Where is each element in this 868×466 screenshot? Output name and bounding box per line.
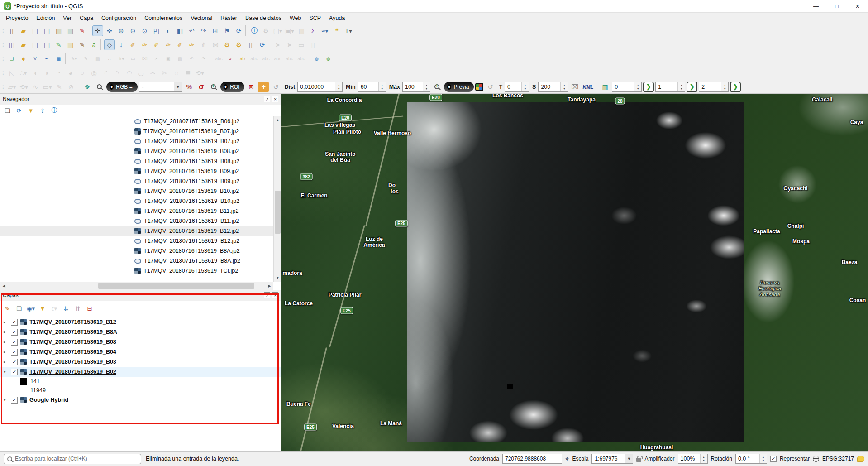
select-features-icon[interactable]: ▢▾ xyxy=(272,25,283,36)
browser-file-item[interactable]: T17MQV_20180716T153619_B10.jp2 xyxy=(0,196,273,206)
browser-file-item[interactable]: T17MQV_20180716T153619_B11.jp2 xyxy=(0,206,273,216)
download-data-icon[interactable]: ↓ xyxy=(116,39,127,50)
nav-add-layer-icon[interactable]: ❏ xyxy=(3,106,12,115)
node-tool-icon-1[interactable]: ⋔ xyxy=(198,39,209,50)
spinner-arrows-icon[interactable]: ▲▼ xyxy=(759,454,767,463)
layout-manager-icon[interactable]: ▦ xyxy=(65,25,76,36)
shape-curve-icon[interactable]: ◠ xyxy=(124,67,135,78)
layer-row[interactable]: ▸ ✓ T17MQV_20180716T153619_B08 xyxy=(0,337,281,347)
measure-icon-2[interactable]: ▭ xyxy=(296,39,307,50)
remove-layer-icon[interactable]: ⊟ xyxy=(85,304,94,313)
refresh-map-icon[interactable]: ⟳ xyxy=(234,25,244,36)
label-option-icon-3[interactable]: abc xyxy=(272,53,283,64)
scp-zoom-roi-icon[interactable] xyxy=(432,82,443,92)
rotation-spinbox[interactable]: 0,0 °▲▼ xyxy=(735,454,767,464)
spinner-arrows-icon[interactable]: ▲▼ xyxy=(721,82,728,91)
nav-filter-icon[interactable]: ▼ xyxy=(26,106,35,115)
statistics-icon[interactable]: Σ xyxy=(308,25,319,36)
menu-item[interactable]: Ayuda xyxy=(325,13,349,24)
shape-split-icon-1[interactable]: ✂ xyxy=(148,67,158,78)
modify-attributes-icon[interactable]: ▭ xyxy=(128,53,138,64)
close-panel-icon[interactable]: ✕ xyxy=(272,96,278,102)
shape-align-icon[interactable]: ≣ xyxy=(183,67,194,78)
add-feature-icon[interactable]: ∴ xyxy=(104,53,115,64)
open-data-folder-icon[interactable]: ▰ xyxy=(18,39,29,50)
new-geopackage-icon[interactable]: ◆ xyxy=(18,53,29,64)
shape-arc-icon-2[interactable]: ◝ xyxy=(112,67,123,78)
scp-band-spinbox-2[interactable]: 1▲▼ xyxy=(655,82,685,92)
add-group-icon[interactable]: ❏ xyxy=(14,304,24,313)
filter-expression-icon[interactable]: ε▾ xyxy=(50,304,59,313)
pan-map-icon[interactable]: ✛ xyxy=(92,25,103,36)
browser-file-item[interactable]: T17MQV_20180716T153619_TCI.jp2 xyxy=(0,266,273,276)
scp-redo-roi-icon[interactable]: ↺ xyxy=(270,82,281,92)
settings-icon-1[interactable]: ⚙ xyxy=(222,39,233,50)
expand-arrow-icon[interactable]: ▾ xyxy=(4,398,8,402)
new-mesh-layer-icon[interactable]: ▦ xyxy=(53,53,64,64)
expand-arrow-icon[interactable]: ▸ xyxy=(4,340,8,344)
page-edit-icon[interactable]: ✎ xyxy=(77,39,88,50)
collapse-all-icon[interactable]: ⇈ xyxy=(73,304,82,313)
scp-roi-pointer-icon[interactable]: ⊠ xyxy=(246,82,257,92)
shape-split-icon-2[interactable]: ✄ xyxy=(159,67,170,78)
spinner-arrows-icon[interactable]: ▲▼ xyxy=(634,82,641,91)
scp-grid-icon[interactable]: ▦ xyxy=(600,82,610,92)
scp-max-spinbox[interactable]: 100▲▼ xyxy=(402,82,430,92)
shape-points-icon[interactable]: ∴▾ xyxy=(18,67,29,78)
map-themes-icon[interactable]: ◉▾ xyxy=(26,304,35,313)
scp-band-spinbox-3[interactable]: 2▲▼ xyxy=(699,82,729,92)
menu-item[interactable]: Web xyxy=(286,13,305,24)
node-tool-icon-2[interactable]: ⋈ xyxy=(210,39,221,50)
maximize-button[interactable]: □ xyxy=(826,0,847,13)
save-style-icon[interactable]: ▤ xyxy=(30,39,41,50)
scp-kml-icon[interactable]: KML xyxy=(582,84,594,90)
scp-s-spinbox[interactable]: 200▲▼ xyxy=(538,82,568,92)
attribute-table-icon[interactable]: ▦ xyxy=(296,25,307,36)
vertex-tool-icon[interactable]: ⋔▾ xyxy=(116,53,127,64)
label-option-icon-1[interactable]: abc xyxy=(249,53,260,64)
scp-add-roi-button[interactable]: + xyxy=(258,82,269,92)
minimize-button[interactable]: — xyxy=(806,0,826,13)
menu-item[interactable]: Capa xyxy=(76,13,97,24)
magnifier-spinbox[interactable]: 100%▲▼ xyxy=(678,454,708,464)
pointer-icon-1[interactable]: ➤ xyxy=(272,39,283,50)
coordinate-input[interactable]: 720762,9888608 xyxy=(502,454,562,464)
scp-stretch-percent-icon[interactable]: % xyxy=(184,82,195,92)
menu-item[interactable]: Proyecto xyxy=(2,13,32,24)
spinner-arrows-icon[interactable]: ▲▼ xyxy=(560,82,568,91)
layer-styling-icon[interactable]: ✎ xyxy=(3,304,12,313)
shape-ruler-icon[interactable]: ◺ xyxy=(6,67,17,78)
layer-row[interactable]: ▾ ✓ Google Hybrid xyxy=(0,395,281,405)
delete-selected-icon[interactable]: ⌧ xyxy=(139,53,150,64)
zoom-to-layer-icon[interactable]: ◧ xyxy=(175,25,186,36)
save-project-icon[interactable]: ▤ xyxy=(30,25,41,36)
layer-checkbox[interactable]: ✓ xyxy=(11,319,18,326)
zoom-full-icon[interactable]: ◰ xyxy=(151,25,162,36)
layer-checkbox[interactable]: ✓ xyxy=(11,369,18,375)
render-checkbox[interactable]: ✓ xyxy=(770,456,777,462)
zoom-last-icon[interactable]: ↶ xyxy=(186,25,197,36)
browser-file-item[interactable]: T17MQV_20180716T153619_B8A.jp2 xyxy=(0,256,273,266)
new-shapefile-icon[interactable]: V xyxy=(30,53,41,64)
expand-arrow-icon[interactable]: ▸ xyxy=(4,330,8,334)
float-panel-icon[interactable]: ↗ xyxy=(264,96,270,102)
pan-to-selection-icon[interactable]: ✜ xyxy=(104,25,115,36)
open-project-icon[interactable]: ▰ xyxy=(18,25,29,36)
layer-labeling-icon[interactable]: abc xyxy=(214,53,224,64)
nav-refresh-icon[interactable]: ⟳ xyxy=(14,106,24,115)
map-tips-icon[interactable]: ❝ xyxy=(331,25,342,36)
shape-circle-icon-2[interactable]: ◗ xyxy=(42,67,52,78)
crs-code[interactable]: EPSG:32717 xyxy=(822,456,854,462)
metasearch-icon[interactable]: ◍ xyxy=(311,53,322,64)
browser-file-item[interactable]: T17MQV_20180716T153619_B07.jp2 xyxy=(0,126,273,136)
browser-file-item[interactable]: T17MQV_20180716T153619_B07.jp2 xyxy=(0,136,273,146)
scp-rgb-color-icon[interactable] xyxy=(475,83,483,91)
scp-apply-button-2[interactable]: ❯ xyxy=(687,82,697,92)
zoom-native-icon[interactable]: ⊙ xyxy=(139,25,150,36)
current-edits-icon[interactable]: ✎ xyxy=(81,53,91,64)
digitize-icon-5[interactable]: ✐ xyxy=(175,39,186,50)
scrollbar-thumb[interactable] xyxy=(275,191,281,234)
browser-file-item[interactable]: T17MQV_20180716T153619_B11.jp2 xyxy=(0,216,273,226)
layer-row[interactable]: ▸ ✓ T17MQV_20180716T153619_B8A xyxy=(0,327,281,337)
chevron-down-icon[interactable]: ▼ xyxy=(625,454,633,463)
